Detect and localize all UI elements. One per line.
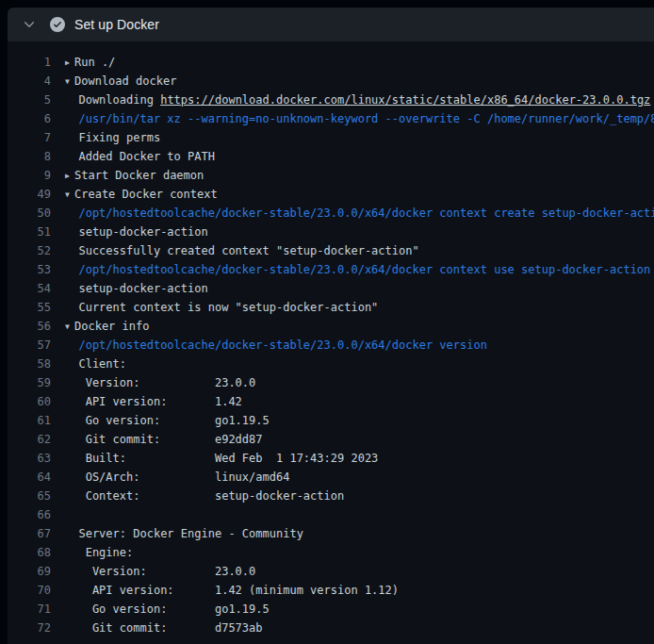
- log-line: 6 /usr/bin/tar xz --warning=no-unknown-k…: [8, 109, 654, 128]
- log-text: /opt/hostedtoolcache/docker-stable/23.0.…: [65, 339, 487, 352]
- line-number[interactable]: 4: [8, 72, 51, 91]
- line-content: /usr/bin/tar xz --warning=no-unknown-key…: [65, 109, 654, 128]
- line-content: Git commit: d7573ab: [65, 619, 263, 637]
- log-text: Version: 23.0.0: [65, 565, 255, 578]
- step-log-container: Set up Docker 1▶Run ./4▼Download docker5…: [8, 8, 654, 644]
- line-number[interactable]: 60: [8, 392, 51, 411]
- line-number[interactable]: 6: [8, 109, 51, 128]
- group-title[interactable]: Docker info: [74, 320, 149, 333]
- log-text: /opt/hostedtoolcache/docker-stable/23.0.…: [65, 206, 654, 220]
- line-number[interactable]: 54: [8, 279, 51, 298]
- line-content: Go version: go1.19.5: [65, 411, 270, 430]
- line-number[interactable]: 49: [8, 185, 51, 204]
- log-text: Git commit: d7573ab: [65, 621, 263, 635]
- log-text: Go version: go1.19.5: [65, 414, 270, 427]
- triangle-down-icon[interactable]: ▼: [65, 73, 74, 91]
- log-text: Successfully created context "setup-dock…: [65, 244, 419, 257]
- triangle-down-icon[interactable]: ▼: [65, 186, 74, 204]
- line-number[interactable]: 55: [8, 298, 51, 317]
- line-number[interactable]: 68: [8, 543, 51, 562]
- chevron-down-icon[interactable]: [23, 18, 36, 31]
- line-number[interactable]: 59: [8, 373, 51, 392]
- log-line: 49▼Create Docker context: [8, 185, 654, 204]
- log-line: 67 Server: Docker Engine - Community: [8, 524, 654, 543]
- line-content: ▶Run ./: [65, 53, 115, 72]
- log-text: /opt/hostedtoolcache/docker-stable/23.0.…: [65, 263, 650, 276]
- line-number[interactable]: 69: [8, 562, 51, 581]
- line-content: Version: 23.0.0: [65, 562, 255, 581]
- line-number[interactable]: 70: [8, 581, 51, 600]
- log-line: 5 Downloading https://download.docker.co…: [8, 91, 654, 109]
- log-line: 51 setup-docker-action: [8, 223, 654, 241]
- log-text: OS/Arch: linux/amd64: [65, 471, 289, 484]
- log-text: API version: 1.42: [65, 395, 242, 408]
- line-content: Added Docker to PATH: [65, 147, 215, 166]
- log-text: Built: Wed Feb 1 17:43:29 2023: [65, 452, 378, 465]
- line-content: Context: setup-docker-action: [65, 487, 344, 505]
- line-number[interactable]: 50: [8, 204, 51, 223]
- line-number[interactable]: 62: [8, 430, 51, 449]
- log-line: 60 API version: 1.42: [8, 392, 654, 411]
- log-line: 50 /opt/hostedtoolcache/docker-stable/23…: [8, 204, 654, 223]
- log-link[interactable]: https://download.docker.com/linux/static…: [160, 93, 650, 107]
- line-number[interactable]: 66: [8, 505, 51, 524]
- log-text: Go version: go1.19.5: [65, 603, 270, 616]
- log-text: Engine:: [65, 546, 133, 559]
- log-text: Current context is now "setup-docker-act…: [65, 301, 378, 314]
- group-title[interactable]: Start Docker daemon: [74, 169, 204, 182]
- group-title[interactable]: Create Docker context: [74, 188, 218, 201]
- line-content: ▼Download docker: [65, 72, 176, 91]
- log-text: API version: 1.42 (minimum version 1.12): [65, 584, 399, 597]
- line-number[interactable]: 67: [8, 524, 51, 543]
- check-circle-icon: [50, 17, 65, 32]
- log-line: 61 Go version: go1.19.5: [8, 411, 654, 430]
- line-number[interactable]: 58: [8, 355, 51, 373]
- line-content: Go version: go1.19.5: [65, 600, 270, 619]
- line-content: Client:: [65, 355, 126, 373]
- line-number[interactable]: 53: [8, 260, 51, 279]
- line-number[interactable]: 61: [8, 411, 51, 430]
- log-text: Fixing perms: [65, 131, 160, 144]
- log-line: 58 Client:: [8, 355, 654, 373]
- line-number[interactable]: 8: [8, 147, 51, 166]
- triangle-down-icon[interactable]: ▼: [65, 318, 74, 336]
- log-text: Server: Docker Engine - Community: [65, 527, 303, 540]
- group-title[interactable]: Run ./: [74, 56, 115, 69]
- log-line: 9▶Start Docker daemon: [8, 166, 654, 185]
- line-number[interactable]: 51: [8, 223, 51, 241]
- log-line: 59 Version: 23.0.0: [8, 373, 654, 392]
- line-number[interactable]: 56: [8, 317, 51, 336]
- step-header[interactable]: Set up Docker: [8, 8, 654, 41]
- triangle-right-icon[interactable]: ▶: [65, 167, 74, 185]
- group-title[interactable]: Download docker: [74, 74, 176, 88]
- line-number[interactable]: 1: [8, 53, 51, 72]
- line-number[interactable]: 65: [8, 487, 51, 505]
- line-number[interactable]: 71: [8, 600, 51, 619]
- line-number[interactable]: 5: [8, 91, 51, 109]
- line-number[interactable]: 72: [8, 619, 51, 637]
- log-text: Git commit: e92dd87: [65, 433, 263, 446]
- line-content: Git commit: e92dd87: [65, 430, 263, 449]
- log-line: 65 Context: setup-docker-action: [8, 487, 654, 505]
- line-content: Version: 23.0.0: [65, 373, 255, 392]
- line-number[interactable]: 57: [8, 336, 51, 355]
- log-line: 1▶Run ./: [8, 53, 654, 72]
- log-line: 57 /opt/hostedtoolcache/docker-stable/23…: [8, 336, 654, 355]
- log-line: 53 /opt/hostedtoolcache/docker-stable/23…: [8, 260, 654, 279]
- log-text: Client:: [65, 357, 126, 371]
- line-content: Engine:: [65, 543, 133, 562]
- log-text: setup-docker-action: [65, 225, 208, 239]
- line-number[interactable]: 64: [8, 468, 51, 487]
- line-content: /opt/hostedtoolcache/docker-stable/23.0.…: [65, 260, 650, 279]
- line-number[interactable]: 52: [8, 241, 51, 260]
- triangle-right-icon[interactable]: ▶: [65, 54, 74, 72]
- line-number[interactable]: 9: [8, 166, 51, 185]
- log-line: 8 Added Docker to PATH: [8, 147, 654, 166]
- log-line: 69 Version: 23.0.0: [8, 562, 654, 581]
- line-number[interactable]: 7: [8, 128, 51, 147]
- log-lines: 1▶Run ./4▼Download docker5 Downloading h…: [8, 41, 654, 637]
- log-text: Version: 23.0.0: [65, 376, 255, 389]
- log-text: /usr/bin/tar xz --warning=no-unknown-key…: [65, 112, 654, 125]
- log-line: 66: [8, 505, 654, 524]
- line-number[interactable]: 63: [8, 449, 51, 468]
